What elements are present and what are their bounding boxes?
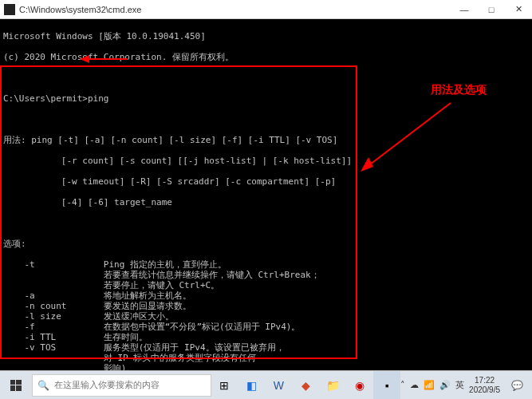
notification-button[interactable]: 💬 bbox=[505, 371, 529, 400]
tray-volume-icon[interactable]: 🔊 bbox=[439, 380, 451, 390]
terminal-line: Microsoft Windows [版本 10.0.19041.450] bbox=[3, 31, 529, 41]
maximize-button[interactable]: □ bbox=[478, 0, 505, 19]
taskbar-search[interactable]: 🔍 在这里输入你要搜索的内容 bbox=[32, 374, 211, 397]
option-line: 若要停止，请键入 Ctrl+C。 bbox=[3, 280, 529, 290]
usage-header: 用法: ping [-t] [-a] [-n count] [-l size] … bbox=[3, 135, 529, 145]
taskbar-app[interactable]: ◧ bbox=[238, 371, 265, 400]
tray-ime-icon[interactable]: 英 bbox=[455, 379, 464, 391]
taskbar: 🔍 在这里输入你要搜索的内容 ⊞ ◧ W ◆ 📁 ◉ ▪ ˄ ☁ 📶 🔊 英 1… bbox=[0, 370, 532, 399]
terminal-body[interactable]: Microsoft Windows [版本 10.0.19041.450] (c… bbox=[0, 19, 532, 370]
minimize-button[interactable]: — bbox=[451, 0, 478, 19]
taskbar-app[interactable]: ◉ bbox=[346, 371, 373, 400]
option-line: -f 在数据包中设置“不分段”标记(仅适用于 IPv4)。 bbox=[3, 322, 529, 332]
option-line: 对 IP 标头中的服务类型字段没有任何 bbox=[3, 353, 529, 363]
terminal-line bbox=[3, 218, 529, 228]
search-placeholder: 在这里输入你要搜索的内容 bbox=[54, 379, 160, 391]
window-titlebar: C:\Windows\system32\cmd.exe — □ ✕ bbox=[0, 0, 532, 19]
tray-chevron-icon[interactable]: ˄ bbox=[400, 380, 405, 390]
taskbar-app-cmd[interactable]: ▪ bbox=[373, 371, 400, 400]
usage-line: [-w timeout] [-R] [-S srcaddr] [-c compa… bbox=[3, 176, 529, 187]
option-line: -i TTL 生存时间。 bbox=[3, 332, 529, 342]
terminal-line: (c) 2020 Microsoft Corporation. 保留所有权利。 bbox=[3, 52, 529, 62]
search-icon: 🔍 bbox=[37, 380, 49, 391]
task-view-button[interactable]: ⊞ bbox=[211, 371, 238, 400]
option-line: -v TOS 服务类型(仅适用于 IPv4。该设置已被弃用， bbox=[3, 342, 529, 353]
option-line: -a 将地址解析为主机名。 bbox=[3, 290, 529, 301]
terminal-line bbox=[3, 114, 529, 124]
option-line: -l size 发送缓冲区大小。 bbox=[3, 311, 529, 322]
taskbar-app[interactable]: W bbox=[265, 371, 292, 400]
taskbar-app[interactable]: ◆ bbox=[292, 371, 319, 400]
taskbar-app[interactable]: 📁 bbox=[319, 371, 346, 400]
option-line: -n count 要发送的回显请求数。 bbox=[3, 301, 529, 311]
option-line: 影响)。 bbox=[3, 363, 529, 370]
tray-network-icon[interactable]: 📶 bbox=[424, 380, 435, 390]
start-button[interactable] bbox=[0, 371, 32, 400]
terminal-line bbox=[3, 73, 529, 83]
option-line: 若要查看统计信息并继续操作，请键入 Ctrl+Break； bbox=[3, 270, 529, 280]
windows-icon bbox=[10, 380, 22, 391]
system-tray: ˄ ☁ 📶 🔊 英 17:22 2020/9/5 💬 bbox=[400, 371, 532, 400]
annotation-label: 用法及选项 bbox=[431, 85, 487, 95]
cmd-icon bbox=[4, 4, 15, 15]
usage-line: [-r count] [-s count] [[-j host-list] | … bbox=[3, 156, 529, 166]
window-title: C:\Windows\system32\cmd.exe bbox=[19, 5, 451, 14]
option-line: -t Ping 指定的主机，直到停止。 bbox=[3, 259, 529, 270]
taskbar-clock[interactable]: 17:22 2020/9/5 bbox=[469, 376, 500, 395]
close-button[interactable]: ✕ bbox=[505, 0, 532, 19]
usage-line: [-4] [-6] target_name bbox=[3, 197, 529, 207]
options-header: 选项: bbox=[3, 239, 529, 249]
tray-onedrive-icon[interactable]: ☁ bbox=[410, 380, 419, 390]
